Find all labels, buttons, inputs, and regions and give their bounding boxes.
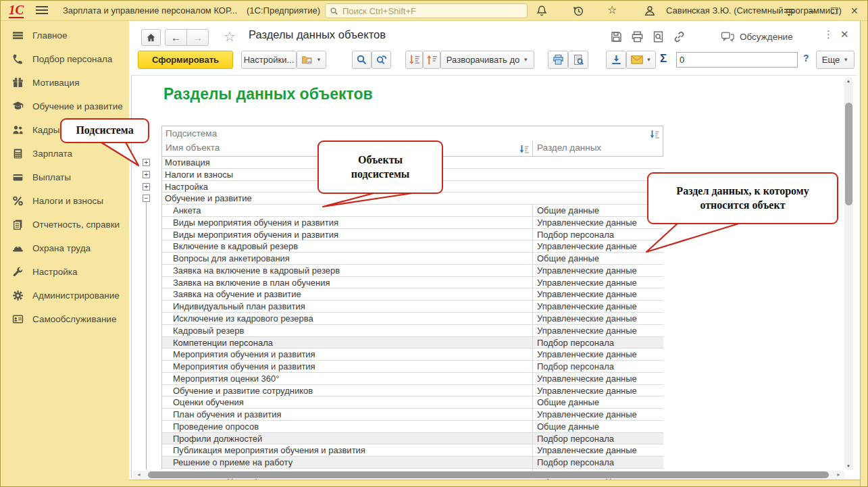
sidebar-item-main[interactable]: Главное <box>1 24 129 47</box>
sidebar-item-reporting-certificates[interactable]: Отчетность, справки <box>1 213 129 236</box>
sidebar-item-settings[interactable]: Настройка <box>1 260 129 284</box>
vertical-scrollbar-thumb[interactable] <box>845 103 852 205</box>
sidebar-item-salary[interactable]: Зарплата <box>1 142 129 165</box>
forward-button[interactable]: → <box>186 29 209 46</box>
collapse-all-button[interactable] <box>405 51 423 69</box>
sidebar-item-taxes-contributions[interactable]: Налоги и взносы <box>1 189 129 213</box>
table-row[interactable]: Проведение опросовОбщие данные <box>162 421 663 433</box>
sidebar-item-recruitment[interactable]: Подбор персонала <box>1 47 129 71</box>
expand-group-icon[interactable]: + <box>143 183 150 190</box>
table-row[interactable]: Мероприятия обучения и развитияУправленч… <box>162 349 663 361</box>
close-form-icon[interactable]: ✕ <box>840 28 849 41</box>
group-row[interactable]: Обучение и развитие <box>162 193 663 205</box>
send-mail-button[interactable]: ▼ <box>626 51 656 69</box>
report-variant-icon <box>301 54 313 66</box>
report-variants-button[interactable]: ▼ <box>297 51 326 69</box>
data-section-cell: Управленческие данные <box>532 409 663 420</box>
favorites-star-icon[interactable]: ☆ <box>607 3 617 16</box>
home-button[interactable] <box>141 29 161 46</box>
table-row[interactable]: Публикация мероприятия обучения и развит… <box>162 444 663 457</box>
sort-descending-icon <box>519 144 530 153</box>
table-row[interactable]: Заявка на обучение и развитиеУправленчес… <box>162 288 663 301</box>
people-icon <box>12 124 24 136</box>
object-name-cell: Решение о приеме на работу <box>162 457 532 468</box>
data-section-header-cell[interactable]: Раздел данных <box>532 140 664 156</box>
data-section-cell: Управленческие данные <box>532 444 663 456</box>
data-section-cell: Управленческие данные <box>532 301 663 312</box>
horizontal-scrollbar[interactable]: ◄ ► <box>133 471 844 479</box>
sidebar-item-self-service[interactable]: Самообслуживание <box>1 307 129 331</box>
print-report-button[interactable] <box>548 51 568 69</box>
table-row[interactable]: Вопросы для анкетированияОбщие данные <box>162 253 663 265</box>
collapse-group-icon[interactable]: − <box>143 195 150 202</box>
table-row[interactable]: Профили должностейПодбор персонала <box>162 433 663 445</box>
table-row[interactable]: Кадровый резервУправленческие данные <box>162 325 663 337</box>
print-preview-icon[interactable] <box>652 30 665 44</box>
sidebar-item-label: Кадры <box>32 125 59 135</box>
generate-report-button[interactable]: Сформировать <box>138 51 233 69</box>
back-button[interactable]: ← <box>165 29 187 46</box>
save-report-button[interactable] <box>606 51 626 69</box>
close-window-button[interactable]: ✕ <box>850 4 859 18</box>
maximize-button[interactable]: ☐ <box>830 4 839 18</box>
table-row[interactable]: Компетенции персоналаПодбор персонала <box>162 337 663 349</box>
table-row[interactable]: Индивидуальный план развитияУправленческ… <box>162 301 663 313</box>
more-actions-button[interactable]: Еще▼ <box>816 51 854 69</box>
object-name-cell: Проведение опросов <box>162 421 532 432</box>
data-section-cell: Подбор персонала <box>532 433 663 444</box>
find-button[interactable] <box>352 51 372 69</box>
table-row[interactable]: Виды мероприятия обучения и развитияПодб… <box>162 229 663 241</box>
save-icon[interactable] <box>610 30 623 44</box>
table-row[interactable]: Виды мероприятия обучения и развитияУпра… <box>162 217 663 229</box>
callout-subsystem: Подсистема <box>60 118 149 143</box>
subsystem-header-cell[interactable]: Подсистема <box>161 126 663 141</box>
expand-group-icon[interactable]: + <box>143 171 150 178</box>
help-button[interactable]: ? <box>803 53 809 63</box>
table-row[interactable]: Исключение из кадрового резерваУправленч… <box>162 313 663 325</box>
table-row[interactable]: Мероприятия оценки 360°Управленческие да… <box>162 373 663 385</box>
scroll-up-icon[interactable]: ▲ <box>846 79 850 83</box>
expand-to-button[interactable]: Разворачивать до▼ <box>440 51 534 69</box>
scroll-down-icon[interactable]: ▼ <box>846 464 850 468</box>
expand-all-button[interactable] <box>423 51 440 69</box>
global-search-input[interactable] <box>342 6 523 16</box>
table-row[interactable]: Включение в кадровый резервУправленчески… <box>162 240 663 253</box>
table-row[interactable]: Обучение и развитие сотрудниковУправленч… <box>162 385 663 397</box>
service-menu-icon[interactable] <box>783 6 795 18</box>
autosum-icon[interactable]: Σ <box>660 52 667 66</box>
table-row[interactable]: АнкетаОбщие данные <box>162 205 663 217</box>
table-row[interactable]: Мероприятия обучения и развитияПодбор пе… <box>162 361 663 373</box>
table-row[interactable]: Оценки обученияОбщие данные <box>162 396 663 409</box>
sidebar-item-payments[interactable]: Выплаты <box>1 165 129 189</box>
history-icon[interactable] <box>572 5 584 17</box>
find-next-button[interactable] <box>372 51 391 69</box>
get-link-icon[interactable] <box>673 30 686 44</box>
main-menu-icon[interactable] <box>36 6 48 16</box>
expand-group-icon[interactable]: + <box>143 159 150 166</box>
scroll-left-icon[interactable]: ◄ <box>136 472 141 477</box>
user-icon[interactable] <box>644 5 656 17</box>
sidebar-item-motivation[interactable]: Мотивация <box>1 71 129 95</box>
sidebar-item-labor-safety[interactable]: Охрана труда <box>1 236 129 260</box>
add-favorite-star-icon[interactable]: ☆ <box>224 28 236 45</box>
autosum-value-field[interactable] <box>676 52 798 68</box>
horizontal-scrollbar-thumb[interactable] <box>148 471 829 478</box>
table-row[interactable]: Решение о приеме на работуПодбор персона… <box>162 457 663 469</box>
data-section-cell: Подбор персонала <box>532 361 663 372</box>
table-row[interactable]: План обучения и развитияУправленческие д… <box>162 409 663 421</box>
table-row[interactable]: Заявка на включение в кадровый резервУпр… <box>162 265 663 277</box>
table-row[interactable]: Заявка на включение в план обученияУправ… <box>162 277 663 289</box>
vertical-scrollbar[interactable]: ▲ ▼ <box>844 77 853 470</box>
settings-button[interactable]: Настройки... <box>241 51 297 69</box>
minimize-button[interactable]: – <box>810 4 815 18</box>
sidebar-item-administration[interactable]: Администрирование <box>1 284 129 307</box>
preview-report-button[interactable] <box>568 51 588 69</box>
discussion-button[interactable]: Обсуждение <box>721 30 793 43</box>
more-menu-dots-icon[interactable]: ⋮ <box>823 28 834 41</box>
global-search[interactable] <box>325 3 528 18</box>
print-icon[interactable] <box>631 30 644 44</box>
sidebar-item-training-development[interactable]: Обучение и развитие <box>1 95 129 118</box>
form-title: Разделы данных объектов <box>249 28 386 41</box>
scroll-right-icon[interactable]: ► <box>836 472 841 477</box>
notifications-bell-icon[interactable] <box>536 5 548 17</box>
